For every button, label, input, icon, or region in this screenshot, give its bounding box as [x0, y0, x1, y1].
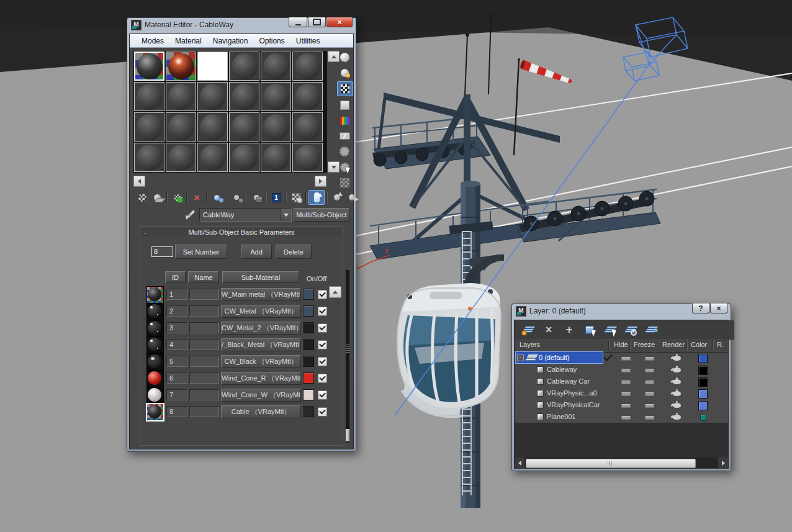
background-icon[interactable]	[337, 81, 353, 96]
material-preview[interactable]	[146, 404, 164, 421]
on-off-checkbox[interactable]	[318, 307, 327, 316]
color-swatch[interactable]	[303, 289, 314, 300]
layer-name-cell[interactable]: Cableway	[537, 364, 624, 375]
on-off-checkbox[interactable]	[318, 340, 327, 349]
on-off-checkbox[interactable]	[318, 290, 327, 299]
menu-material[interactable]: Material	[169, 35, 207, 47]
color-swatch[interactable]	[303, 322, 314, 333]
id-field[interactable]: 4	[166, 339, 187, 350]
material-sample-slot[interactable]	[197, 52, 228, 81]
hide-toggle[interactable]	[621, 369, 631, 372]
material-sample-slot[interactable]	[261, 82, 291, 111]
name-field[interactable]	[189, 322, 219, 333]
name-field[interactable]	[189, 406, 219, 417]
add-button[interactable]: Add	[241, 245, 272, 259]
on-off-checkbox[interactable]	[318, 357, 327, 366]
backlight-icon[interactable]	[337, 66, 352, 79]
material-sample-slot[interactable]	[134, 52, 164, 81]
on-off-checkbox[interactable]	[318, 407, 327, 417]
material-preview[interactable]	[146, 370, 164, 387]
pick-material-from-object-icon[interactable]	[184, 209, 196, 220]
material-sample-slot[interactable]	[134, 82, 164, 111]
hide-toggle[interactable]	[621, 392, 631, 396]
material-sample-slot[interactable]	[229, 143, 259, 172]
id-field[interactable]: 7	[166, 389, 187, 400]
freeze-toggle[interactable]	[645, 392, 654, 396]
sub-material-button[interactable]: Wind_Cone_R （VRayMtl）	[221, 372, 301, 385]
number-of-materials-field[interactable]: 8	[151, 246, 173, 257]
color-swatch[interactable]	[303, 339, 314, 350]
make-preview-icon[interactable]	[337, 129, 352, 143]
make-material-copy-icon[interactable]	[209, 191, 224, 204]
expand-toggle[interactable]: -	[517, 354, 524, 361]
material-sample-slot[interactable]	[134, 112, 164, 142]
go-forward-to-sibling-icon[interactable]	[344, 191, 359, 204]
column-header-color[interactable]: Color	[691, 341, 707, 348]
sub-material-button[interactable]: CW_Black （VRayMtl）	[221, 355, 301, 368]
video-color-check-icon[interactable]	[337, 114, 352, 127]
freeze-toggle[interactable]	[645, 404, 654, 408]
freeze-toggle[interactable]	[645, 369, 654, 372]
list-scroll-up-button[interactable]	[329, 286, 341, 298]
column-header-layers[interactable]: Layers	[520, 341, 540, 348]
select-layer-by-object-icon[interactable]	[603, 323, 618, 336]
select-by-material-icon[interactable]	[337, 160, 352, 174]
layer-color-swatch[interactable]	[698, 354, 708, 363]
sub-material-button[interactable]: Cable （VRayMtl）	[221, 405, 301, 418]
freeze-toggle[interactable]	[645, 357, 654, 361]
make-unique-icon[interactable]	[229, 191, 244, 204]
hide-toggle[interactable]	[621, 416, 631, 420]
menu-utilities[interactable]: Utilities	[290, 35, 326, 47]
name-field[interactable]	[189, 389, 219, 400]
layer-color-swatch[interactable]	[698, 389, 708, 399]
get-material-icon[interactable]	[135, 191, 150, 204]
color-swatch[interactable]	[303, 305, 314, 317]
material-sample-slot[interactable]	[134, 143, 164, 172]
render-toggle-icon[interactable]	[673, 356, 681, 361]
options-icon[interactable]	[337, 145, 352, 158]
sort-by-id-button[interactable]: ID	[165, 271, 186, 283]
material-sample-slot[interactable]	[197, 112, 228, 142]
create-new-layer-icon[interactable]	[521, 323, 536, 336]
hide-toggle[interactable]	[621, 357, 631, 361]
material-sample-slot[interactable]	[292, 112, 323, 142]
layer-hscrollbar-thumb[interactable]	[526, 459, 696, 468]
id-field[interactable]: 1	[166, 289, 187, 300]
name-field[interactable]	[189, 356, 219, 367]
material-sample-slot[interactable]	[261, 143, 291, 172]
sort-by-submaterial-button[interactable]: Sub-Material	[222, 271, 299, 283]
layer-dialog-titlebar[interactable]: M Layer: 0 (default) ? ×	[512, 304, 731, 318]
layer-color-swatch[interactable]	[698, 401, 708, 410]
name-field[interactable]	[189, 372, 219, 384]
material-name-dropdown[interactable]: CableWay	[199, 208, 292, 222]
slot-scroll-left-button[interactable]	[133, 176, 145, 187]
scroll-left-button[interactable]	[515, 458, 524, 468]
menu-options[interactable]: Options	[253, 35, 290, 47]
material-id-channel-icon[interactable]	[269, 191, 284, 204]
panel-scrollbar-thumb[interactable]	[346, 429, 349, 441]
material-sample-slot[interactable]	[292, 82, 323, 111]
sample-uv-tiling-icon[interactable]	[337, 98, 352, 112]
sub-material-button[interactable]: /_Black_Metal （VRayMtl）	[221, 338, 301, 351]
id-field[interactable]: 2	[166, 305, 187, 317]
material-sample-slot[interactable]	[292, 52, 323, 81]
show-shaded-material-in-viewport-icon[interactable]	[289, 191, 304, 204]
name-field[interactable]	[189, 305, 219, 317]
sort-by-name-button[interactable]: Name	[188, 271, 219, 283]
layer-name-cell[interactable]: -0 (default)	[516, 352, 603, 363]
on-off-checkbox[interactable]	[318, 374, 327, 383]
dropdown-arrow-icon[interactable]	[281, 209, 291, 221]
minimize-button[interactable]	[289, 17, 307, 27]
go-to-parent-icon[interactable]	[330, 191, 344, 204]
select-highlighted-objects-icon[interactable]	[582, 323, 597, 336]
slot-scroll-right-button[interactable]	[315, 176, 326, 187]
highlight-selected-objects-layers-icon[interactable]	[623, 323, 638, 336]
material-editor-titlebar[interactable]: M Material Editor - CableWay ×	[127, 18, 356, 32]
add-selection-to-current-layer-icon[interactable]	[562, 323, 577, 336]
sub-material-button[interactable]: W_Main metal （VRayMtl）	[221, 288, 301, 301]
material-sample-slot[interactable]	[197, 143, 228, 172]
assign-material-to-selection-icon[interactable]	[169, 191, 184, 204]
color-swatch[interactable]	[303, 356, 314, 367]
help-button[interactable]: ?	[692, 304, 709, 313]
material-sample-slot[interactable]	[166, 112, 196, 142]
